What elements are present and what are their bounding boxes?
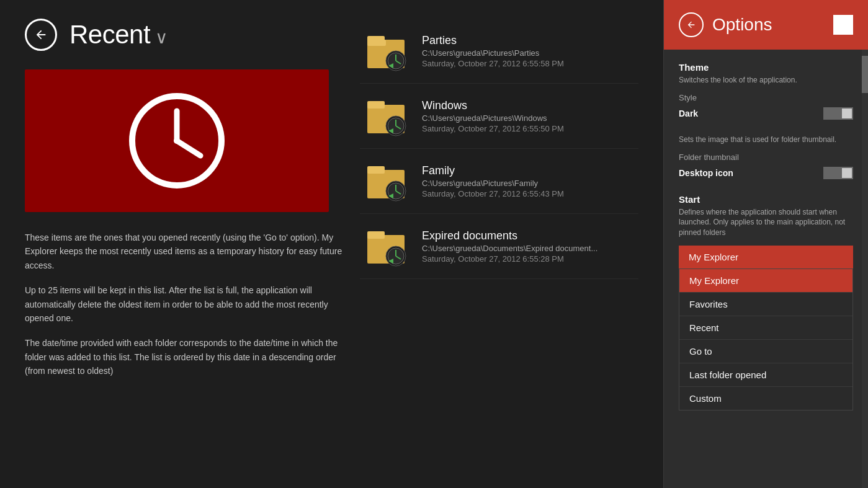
folder-thumbnail-row: Folder thumbnail [679, 153, 853, 162]
start-desc: Defines where the application should sta… [679, 207, 853, 238]
folder-date: Saturday, October 27, 2012 6:55:28 PM [422, 254, 632, 264]
folder-date: Saturday, October 27, 2012 6:55:43 PM [422, 189, 632, 198]
folder-thumbnail-toggle[interactable] [823, 167, 853, 179]
dark-row: Dark [679, 107, 853, 120]
back-button[interactable] [25, 19, 57, 51]
options-window-button[interactable] [833, 15, 853, 35]
folder-path: C:\Users\grueda\Pictures\Windows [422, 113, 632, 123]
folder-path: C:\Users\grueda\Pictures\Parties [422, 48, 632, 58]
start-option-goto[interactable]: Go to [679, 340, 852, 363]
options-title: Options [712, 15, 825, 35]
folder-thumbnail-label: Folder thumbnail [679, 153, 739, 162]
desc-para1: These items are the ones that you opened… [25, 231, 354, 272]
options-header: Options [664, 0, 868, 50]
folder-item[interactable]: Family C:\Users\grueda\Pictures\Family S… [360, 149, 638, 214]
folder-icon [366, 159, 411, 203]
desktop-icon-row: Desktop icon [679, 167, 853, 179]
svg-rect-13 [367, 101, 385, 109]
desc-para2: Up to 25 items will be kept in this list… [25, 283, 354, 325]
folder-thumbnail-desc: Sets the image that is used for folder t… [679, 135, 853, 145]
options-body: Theme Switches the look of the applicati… [664, 50, 868, 488]
folder-thumbnail-section: Sets the image that is used for folder t… [679, 135, 853, 179]
folder-item[interactable]: Parties C:\Users\grueda\Pictures\Parties… [360, 19, 638, 84]
folder-info: Family C:\Users\grueda\Pictures\Family S… [422, 164, 632, 198]
folder-icon [366, 224, 411, 268]
svg-line-2 [177, 141, 200, 156]
options-panel: Options Theme Switches the look of the a… [663, 0, 868, 488]
start-option-custom[interactable]: Custom [679, 387, 852, 410]
title-dropdown-arrow[interactable]: ∨ [155, 27, 168, 48]
scrollbar-thumb[interactable] [862, 56, 868, 93]
start-option-my-explorer[interactable]: My Explorer [679, 269, 852, 293]
page-title: Recent [69, 20, 150, 50]
folder-name: Expired documents [422, 229, 632, 242]
folder-path: C:\Users\grueda\Documents\Expired docume… [422, 244, 632, 253]
start-section: Start Defines where the application shou… [679, 194, 853, 268]
style-label: Style [679, 93, 697, 102]
folder-name: Windows [422, 99, 632, 112]
start-option-last-folder[interactable]: Last folder opened [679, 363, 852, 387]
description: These items are the ones that you opened… [25, 231, 354, 378]
folder-date: Saturday, October 27, 2012 6:55:50 PM [422, 124, 632, 133]
theme-section: Theme Switches the look of the applicati… [679, 62, 853, 120]
desc-para3: The date/time provided with each folder … [25, 336, 354, 378]
folder-info: Parties C:\Users\grueda\Pictures\Parties… [422, 34, 632, 68]
start-options-list: My Explorer Favorites Recent Go to Last … [679, 268, 853, 410]
svg-rect-20 [367, 166, 385, 174]
folder-icon [366, 29, 411, 73]
scrollbar-track[interactable] [862, 50, 868, 488]
main-area: Recent ∨ These items are the ones that y… [0, 0, 663, 488]
clock-icon [127, 91, 226, 190]
style-toggle[interactable] [823, 107, 853, 120]
folder-name: Family [422, 164, 632, 177]
theme-desc: Switches the look of the application. [679, 75, 853, 86]
page-title-wrap: Recent ∨ [69, 20, 168, 50]
start-title: Start [679, 194, 853, 205]
folder-icon [366, 94, 411, 138]
folder-info: Windows C:\Users\grueda\Pictures\Windows… [422, 99, 632, 133]
options-back-button[interactable] [679, 12, 704, 37]
folder-item[interactable]: Windows C:\Users\grueda\Pictures\Windows… [360, 84, 638, 149]
folder-path: C:\Users\grueda\Pictures\Family [422, 179, 632, 188]
folder-info: Expired documents C:\Users\grueda\Docume… [422, 229, 632, 264]
folder-item[interactable]: Expired documents C:\Users\grueda\Docume… [360, 214, 638, 279]
svg-rect-27 [367, 231, 385, 239]
folder-date: Saturday, October 27, 2012 6:55:58 PM [422, 59, 632, 68]
theme-title: Theme [679, 62, 853, 73]
start-option-favorites[interactable]: Favorites [679, 293, 852, 316]
style-row: Style [679, 93, 853, 102]
svg-point-3 [174, 138, 180, 144]
start-selected[interactable]: My Explorer [679, 246, 853, 268]
hero-image [25, 69, 329, 212]
start-option-recent[interactable]: Recent [679, 316, 852, 340]
style-value: Dark [679, 109, 698, 118]
folder-name: Parties [422, 34, 632, 47]
folder-list: Parties C:\Users\grueda\Pictures\Parties… [360, 19, 638, 279]
start-dropdown[interactable]: My Explorer My Explorer Favorites Recent… [679, 246, 853, 268]
folder-thumbnail-value: Desktop icon [679, 168, 733, 178]
svg-rect-6 [367, 36, 385, 43]
